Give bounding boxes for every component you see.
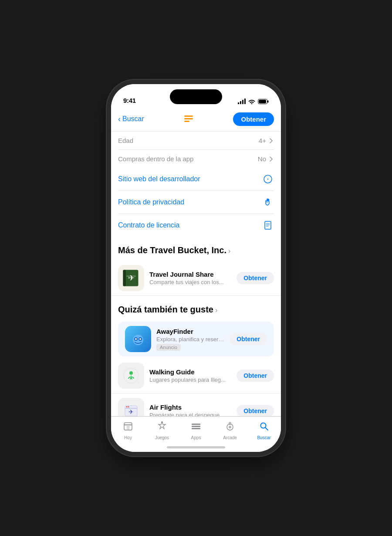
dynamic-island — [170, 89, 222, 104]
mas-de-chevron-icon: › — [228, 247, 230, 255]
quiza-section-header[interactable]: Quizá también te guste › — [111, 296, 281, 320]
status-time: 9:41 — [123, 97, 136, 104]
battery-icon — [258, 99, 269, 104]
contrato-label: Contrato de licencia — [118, 221, 179, 229]
arcade-label: Arcade — [223, 435, 237, 440]
travel-journal-info: Travel Journal Share Comparte tus viajes… — [149, 271, 231, 285]
svg-text:✈: ✈ — [128, 408, 134, 415]
contrato-row[interactable]: Contrato de licencia — [118, 214, 274, 237]
svg-rect-1 — [267, 100, 269, 102]
svg-line-40 — [265, 427, 268, 430]
politica-label: Política de privacidad — [118, 198, 184, 206]
travel-journal-name: Travel Journal Share — [149, 271, 231, 278]
air-flights-icon: ✈ — [118, 398, 144, 416]
back-label: Buscar — [122, 115, 144, 123]
travel-journal-icon: ✈ — [118, 265, 144, 291]
svg-point-37 — [229, 422, 231, 424]
svg-text:✈: ✈ — [128, 274, 135, 282]
tab-juegos[interactable]: Juegos — [149, 421, 175, 440]
quiza-chevron-icon: › — [215, 306, 217, 314]
svg-point-32 — [161, 421, 163, 423]
signal-icon — [238, 98, 246, 104]
tab-hoy[interactable]: ☰ Hoy — [115, 421, 141, 440]
home-indicator — [167, 446, 225, 448]
quiza-title: Quizá también te guste — [118, 305, 213, 315]
mas-de-title: Más de Travel Bucket, Inc. — [118, 245, 226, 255]
awayfinder-desc: Explora, planifica y reserva v... — [156, 336, 224, 343]
walking-guide-get-button[interactable]: Obtener — [237, 370, 274, 382]
status-icons — [238, 98, 269, 104]
svg-rect-33 — [192, 424, 200, 425]
links-section: Sitio web del desarrollador Política de … — [111, 168, 281, 237]
air-flights-item: ✈ Air Flights Prepárate para el despegue… — [111, 394, 281, 416]
apps-icon — [191, 421, 201, 434]
politica-row[interactable]: Política de privacidad — [118, 191, 274, 214]
walking-guide-item: Walking Guide Lugares populares para lll… — [111, 358, 281, 394]
compras-label: Compras dentro de la app — [118, 155, 193, 163]
compass-icon — [262, 173, 274, 185]
mas-de-section-header[interactable]: Más de Travel Bucket, Inc. › — [111, 237, 281, 261]
hoy-label: Hoy — [124, 435, 132, 440]
edad-value: 4+ — [259, 137, 274, 144]
tab-apps[interactable]: Apps — [183, 421, 209, 440]
svg-point-21 — [139, 338, 141, 340]
sitio-web-row[interactable]: Sitio web del desarrollador — [118, 168, 274, 191]
walking-guide-info: Walking Guide Lugares populares para lll… — [149, 368, 231, 383]
svg-rect-35 — [192, 428, 200, 429]
air-flights-info: Air Flights Prepárate para el despegue. — [149, 404, 231, 416]
hand-icon — [262, 196, 274, 208]
wifi-icon — [248, 99, 255, 104]
air-flights-name: Air Flights — [149, 404, 231, 411]
svg-rect-3 — [184, 115, 193, 117]
svg-point-27 — [128, 406, 129, 407]
air-flights-desc: Prepárate para el despegue. — [149, 412, 231, 416]
screen-content: ‹ Buscar Obtener Edad 4+ — [111, 108, 281, 416]
edad-label: Edad — [118, 137, 133, 144]
travel-journal-get-button[interactable]: Obtener — [237, 272, 274, 284]
sitio-web-label: Sitio web del desarrollador — [118, 175, 200, 183]
tab-buscar[interactable]: Buscar — [251, 421, 277, 440]
svg-point-20 — [135, 338, 137, 340]
walking-guide-desc: Lugares populares para llleg... — [149, 377, 231, 383]
hoy-icon: ☰ — [123, 421, 133, 434]
walking-guide-name: Walking Guide — [149, 368, 231, 376]
edad-row: Edad 4+ — [118, 132, 274, 150]
awayfinder-badge: Anuncio — [156, 344, 181, 351]
travel-journal-item: ✈ Travel Journal Share Comparte tus viaj… — [111, 261, 281, 296]
info-section: Edad 4+ Compras dentro de la app No — [111, 132, 281, 168]
main-get-button[interactable]: Obtener — [233, 112, 274, 126]
juegos-label: Juegos — [155, 435, 169, 440]
list-icon[interactable] — [181, 111, 196, 127]
back-button[interactable]: ‹ Buscar — [118, 115, 144, 124]
air-flights-get-button[interactable]: Obtener — [237, 405, 274, 416]
back-chevron-icon: ‹ — [118, 115, 121, 124]
svg-rect-16 — [126, 276, 136, 277]
svg-rect-9 — [265, 221, 271, 229]
awayfinder-get-button[interactable]: Obtener — [230, 333, 267, 345]
buscar-label: Buscar — [257, 435, 270, 440]
svg-point-26 — [126, 406, 128, 407]
svg-rect-5 — [184, 121, 189, 122]
svg-rect-34 — [192, 426, 200, 427]
compras-row: Compras dentro de la app No — [118, 150, 274, 168]
svg-rect-30 — [124, 424, 132, 425]
apps-label: Apps — [191, 435, 201, 440]
svg-rect-4 — [184, 118, 193, 119]
juegos-icon — [157, 421, 167, 434]
awayfinder-icon — [125, 326, 151, 352]
awayfinder-item: AwayFinder Explora, planifica y reserva … — [118, 322, 274, 356]
walking-guide-icon — [118, 363, 144, 389]
buscar-icon — [259, 421, 269, 434]
svg-point-22 — [129, 371, 133, 375]
arcade-icon — [225, 421, 235, 434]
svg-rect-2 — [259, 100, 266, 103]
doc-icon — [262, 219, 274, 231]
svg-point-8 — [267, 179, 268, 180]
svg-text:☰: ☰ — [126, 426, 130, 430]
travel-journal-desc: Comparte tus viajes con los... — [149, 279, 231, 285]
svg-rect-14 — [123, 270, 126, 286]
nav-bar: ‹ Buscar Obtener — [111, 108, 281, 132]
phone-frame: 9:41 ‹ Buscar — [111, 84, 281, 452]
tab-arcade[interactable]: Arcade — [217, 421, 243, 440]
awayfinder-name: AwayFinder — [156, 328, 224, 335]
